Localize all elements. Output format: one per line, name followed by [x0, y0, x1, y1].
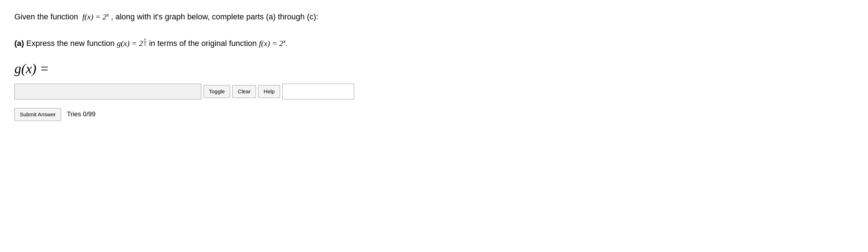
intro-after: , along with it's graph below, complete …: [111, 12, 318, 21]
toggle-button[interactable]: Toggle: [204, 85, 230, 98]
tries-label: Tries 0/99: [67, 111, 95, 118]
part-a-label: (a): [14, 39, 24, 48]
help-button[interactable]: Help: [258, 85, 280, 98]
part-a-description: (a) Express the new function g(x) = 2x5 …: [14, 37, 854, 50]
submit-row: Submit Answer Tries 0/99: [14, 108, 854, 121]
answer-input-secondary[interactable]: [282, 84, 354, 99]
answer-input-row: Toggle Clear Help: [14, 84, 854, 99]
part-a-func-g: g(x) = 2x5: [117, 39, 149, 48]
part-a-middle: in terms of the original function: [149, 39, 259, 48]
g-equals-label: g(x) =: [14, 61, 854, 76]
part-a-func-f: f(x) = 2x.: [259, 39, 288, 48]
submit-button[interactable]: Submit Answer: [14, 108, 61, 121]
intro-func: f(x) = 2x: [80, 12, 111, 21]
intro-text: Given the function f(x) = 2x , along wit…: [14, 11, 854, 23]
answer-input-main[interactable]: [14, 84, 201, 99]
intro-before: Given the function: [14, 12, 78, 21]
clear-button[interactable]: Clear: [232, 85, 256, 98]
part-a-before: Express the new function: [26, 39, 117, 48]
